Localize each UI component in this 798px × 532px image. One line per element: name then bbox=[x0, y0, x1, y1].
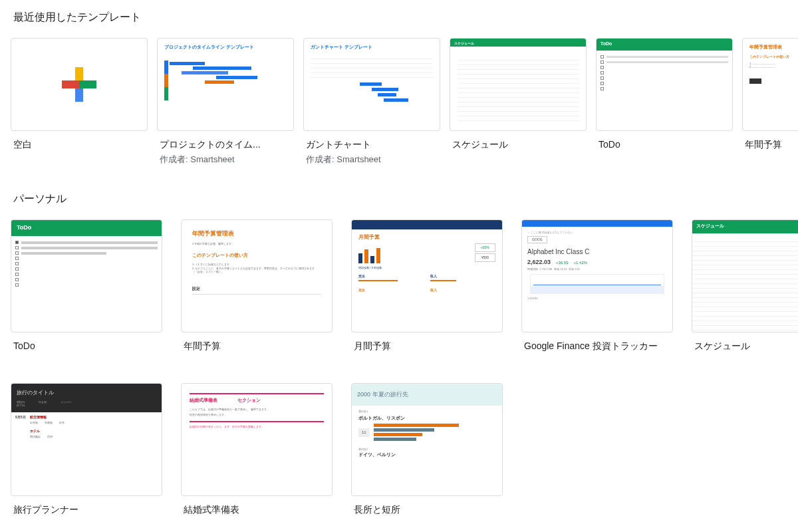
template-thumb[interactable]: 結婚式準備表 セクション このタブでは、結婚式の準備状況を一覧で表示し、管理でき… bbox=[181, 383, 332, 496]
recent-row: 空白 プロジェクトのタイムライン テンプレート bbox=[8, 38, 790, 166]
template-thumb[interactable]: ← ここに株式情報を入力してください GOOG Alphabet Inc Cla… bbox=[521, 219, 673, 332]
template-title: 年間予算 bbox=[742, 131, 798, 151]
preview-item: ポルトガル、リスボン bbox=[358, 415, 495, 422]
template-card-wedding: 結婚式準備表 セクション このタブでは、結婚式の準備状況を一覧で表示し、管理でき… bbox=[181, 383, 332, 516]
template-title: 旅行プランナー bbox=[11, 496, 157, 516]
template-title: ToDo bbox=[596, 131, 729, 150]
template-card-monthly-budget: 月間予算 開始残高 / 月末残高 +50% ¥500 bbox=[351, 219, 503, 352]
section-title-personal: パーソナル bbox=[8, 166, 790, 219]
preview-title: ガントチャート テンプレート bbox=[311, 44, 433, 51]
template-thumb[interactable]: ToDo bbox=[596, 38, 733, 131]
template-card-travel-planner: 旅行のタイトル 開始日:終了日:行き先:メンバー: 9月5日 航空便情報 出発地… bbox=[11, 383, 162, 516]
personal-row-1: ToDo ToDo 年間予算管理表 1 年間の予算を計画、管理します。 このテン… bbox=[8, 219, 790, 352]
template-card-schedule: スケジュール スケジュール bbox=[450, 38, 587, 166]
template-thumb[interactable]: ガントチャート テンプレート bbox=[303, 38, 440, 131]
template-title: プロジェクトのタイム... bbox=[157, 131, 290, 151]
template-card-pros-cons: 2000 年夏の旅行先 選択肢1 ポルトガル、リスボン 11 選択肢2 ドイツ、… bbox=[351, 383, 503, 516]
template-card-todo: ToDo ToDo bbox=[596, 38, 733, 166]
template-card-blank: 空白 bbox=[11, 38, 148, 166]
template-title: 結婚式準備表 bbox=[181, 496, 327, 516]
preview-title: 年間予算管理表 bbox=[192, 229, 321, 238]
template-title: スケジュール bbox=[692, 332, 798, 352]
preview-sub: このテンプレートの使い方 bbox=[192, 252, 321, 259]
template-title: 月間予算 bbox=[351, 332, 497, 352]
preview-stock-name: Alphabet Inc Class C bbox=[527, 247, 667, 257]
template-card-gantt: ガントチャート テンプレート ガントチャート 作成者: Smartsheet bbox=[303, 38, 440, 166]
template-title: 長所と短所 bbox=[351, 496, 497, 516]
template-thumb[interactable]: 2000 年夏の旅行先 選択肢1 ポルトガル、リスボン 11 選択肢2 ドイツ、… bbox=[351, 383, 503, 496]
template-thumb[interactable]: スケジュール bbox=[450, 38, 587, 131]
preview-sub: このテンプレートの使い方 bbox=[749, 55, 798, 59]
plus-icon bbox=[11, 39, 147, 130]
template-thumb[interactable]: 年間予算管理表 このテンプレートの使い方 1. ................… bbox=[742, 38, 798, 131]
template-card-project-timeline: プロジェクトのタイムライン テンプレート bbox=[157, 38, 294, 166]
template-thumb[interactable]: 旅行のタイトル 開始日:終了日:行き先:メンバー: 9月5日 航空便情報 出発地… bbox=[11, 383, 162, 496]
template-thumb[interactable]: プロジェクトのタイムライン テンプレート bbox=[157, 38, 294, 131]
template-thumb-blank[interactable] bbox=[11, 38, 148, 131]
preview-title: 結婚式準備表 bbox=[190, 397, 217, 404]
preview-header: ToDo bbox=[11, 220, 162, 236]
template-title: ガントチャート bbox=[303, 131, 436, 151]
preview-item: ドイツ、ベルリン bbox=[358, 452, 495, 458]
preview-stock-price: 2,622.03 bbox=[527, 258, 551, 267]
personal-row-2: 旅行のタイトル 開始日:終了日:行き先:メンバー: 9月5日 航空便情報 出発地… bbox=[8, 383, 790, 516]
preview-header: スケジュール bbox=[692, 220, 798, 233]
preview-section: セクション bbox=[237, 397, 261, 404]
template-card-schedule-p: スケジュール スケジュール bbox=[692, 219, 798, 352]
template-title: 年間予算 bbox=[181, 332, 327, 352]
template-thumb[interactable]: スケジュール bbox=[692, 219, 798, 332]
preview-stock-change: +36.59 bbox=[556, 260, 569, 265]
preview-title: 月間予算 bbox=[358, 233, 495, 241]
template-thumb[interactable]: 年間予算管理表 1 年間の予算を計画、管理します。 このテンプレートの使い方 1… bbox=[181, 219, 332, 332]
template-title: ToDo bbox=[11, 332, 157, 351]
template-title: スケジュール bbox=[450, 131, 583, 151]
template-thumb[interactable]: ToDo bbox=[11, 219, 162, 332]
template-thumb[interactable]: 月間予算 開始残高 / 月末残高 +50% ¥500 bbox=[351, 219, 503, 332]
preview-stock-pct: +1.42% bbox=[574, 260, 588, 265]
template-title: 空白 bbox=[11, 131, 144, 151]
preview-title: 2000 年夏の旅行先 bbox=[357, 390, 497, 399]
section-title-recent: 最近使用したテンプレート bbox=[8, 0, 790, 38]
template-title: Google Finance 投資トラッカー bbox=[521, 332, 668, 352]
template-card-annual-budget-p: 年間予算管理表 1 年間の予算を計画、管理します。 このテンプレートの使い方 1… bbox=[181, 219, 332, 352]
template-card-google-finance: ← ここに株式情報を入力してください GOOG Alphabet Inc Cla… bbox=[521, 219, 673, 352]
template-card-todo-p: ToDo ToDo bbox=[11, 219, 162, 352]
preview-title: 旅行のタイトル bbox=[17, 389, 156, 396]
template-sub: 作成者: Smartsheet bbox=[303, 151, 440, 166]
preview-title: 年間予算管理表 bbox=[749, 44, 798, 51]
template-card-annual-budget: 年間予算管理表 このテンプレートの使い方 1. ................… bbox=[742, 38, 798, 166]
preview-header: ToDo bbox=[597, 39, 732, 51]
template-sub: 作成者: Smartsheet bbox=[157, 151, 294, 166]
preview-title: プロジェクトのタイムライン テンプレート bbox=[164, 44, 287, 51]
preview-header: スケジュール bbox=[450, 39, 586, 47]
